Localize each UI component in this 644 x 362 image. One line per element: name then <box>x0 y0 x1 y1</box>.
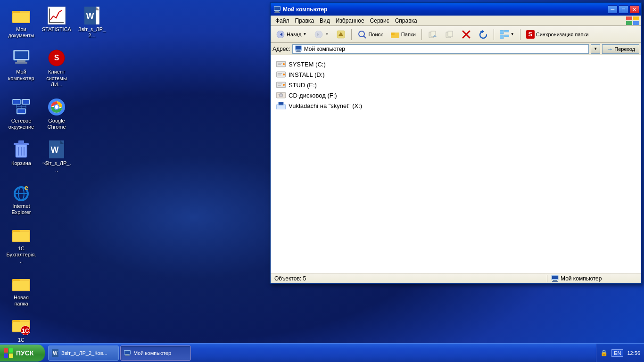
address-label: Адрес: <box>272 46 290 52</box>
undo-button[interactable] <box>475 27 491 41</box>
view-dropdown-icon: ▼ <box>511 32 514 36</box>
delete-button[interactable] <box>458 27 474 41</box>
hdd-icon-d <box>276 71 286 78</box>
window-controls: ─ □ ✕ <box>608 5 639 14</box>
drive-c-label: SYSTEM (C:) <box>289 61 326 68</box>
up-button[interactable] <box>333 27 349 41</box>
move-icon <box>428 30 437 39</box>
menu-service[interactable]: Сервис <box>367 16 392 25</box>
window-content: SYSTEM (C:) INSTALL (D:) <box>271 55 641 273</box>
desktop-icons-area: Моидокументы STATISTICA <box>5 5 108 360</box>
icon-my-computer-label: Мойкомпьютер <box>8 69 34 81</box>
svg-point-106 <box>281 95 282 96</box>
svg-rect-13 <box>15 62 27 64</box>
maximize-button[interactable]: □ <box>619 5 628 14</box>
toolbar-separator-4 <box>520 29 520 40</box>
search-label: Поиск <box>368 32 382 37</box>
svg-rect-55 <box>274 7 280 10</box>
drive-d[interactable]: INSTALL (D:) <box>274 69 637 80</box>
icon-network[interactable]: Сетевоеокружение <box>5 96 38 132</box>
svg-rect-57 <box>274 12 280 13</box>
svg-text:1С: 1С <box>22 328 29 334</box>
status-location: Мой компьютер <box>547 275 641 282</box>
back-icon <box>276 30 285 39</box>
taskbar-item-word[interactable]: W Звіт_з_ЛР_2_Ков... <box>48 346 119 361</box>
svg-rect-11 <box>15 51 28 59</box>
back-button[interactable]: Назад ▼ <box>272 27 310 41</box>
icon-ie-label: InternetExplorer <box>12 203 31 215</box>
svg-text:W: W <box>86 11 94 21</box>
cdrom-icon-f <box>276 91 286 99</box>
icon-new-folder-label: Новая папка <box>6 295 36 307</box>
taskbar-item-mycomputer[interactable]: Мой компьютер <box>120 346 191 361</box>
icon-internet-explorer[interactable]: e InternetExplorer <box>5 181 38 217</box>
icon-my-computer[interactable]: Мойкомпьютер <box>5 47 38 89</box>
drive-d-label: INSTALL (D:) <box>289 71 325 78</box>
menu-favorites[interactable]: Избранное <box>333 16 367 25</box>
window-title-icon <box>273 6 281 13</box>
address-value: Мой компьютер <box>304 46 345 52</box>
menu-view[interactable]: Вид <box>317 16 333 25</box>
start-button[interactable]: ПУСК <box>0 345 45 362</box>
svg-text:e: e <box>25 184 28 191</box>
folders-label: Папки <box>401 32 416 37</box>
drive-f[interactable]: CD-дисковод (F:) <box>274 90 637 100</box>
up-icon <box>336 30 346 39</box>
icon-chrome-label: GoogleChrome <box>47 118 66 130</box>
menu-file[interactable]: Файл <box>272 16 292 25</box>
move-button[interactable] <box>424 27 440 41</box>
drive-c[interactable]: SYSTEM (C:) <box>274 59 637 69</box>
go-label: Переход <box>614 46 635 52</box>
icon-my-documents[interactable]: Моидокументы <box>5 5 38 40</box>
taskbar-mycomp-icon <box>124 349 131 357</box>
sync-button[interactable]: S Синхронизация папки <box>523 27 592 41</box>
language-indicator[interactable]: EN <box>611 349 623 357</box>
icon-network-label: Сетевоеокружение <box>8 118 34 130</box>
close-button[interactable]: ✕ <box>629 5 639 14</box>
icon-recycle-label: Корзина <box>11 160 31 166</box>
icon-1c-buh[interactable]: 1СБухгалтерія... <box>5 224 38 266</box>
go-button[interactable]: → Переход <box>602 44 639 54</box>
svg-text:S: S <box>54 54 59 62</box>
icon-statistica[interactable]: STATISTICA <box>40 5 73 40</box>
svg-rect-3 <box>48 7 66 25</box>
menu-help[interactable]: Справка <box>392 16 420 25</box>
svg-rect-12 <box>17 60 25 62</box>
copy-button[interactable] <box>441 27 457 41</box>
drive-x[interactable]: Vukladachi на "skynet" (X:) <box>274 100 637 111</box>
delete-icon <box>462 30 471 39</box>
icon-word-doc-label: Звіт_з_ЛР_2... <box>77 26 107 39</box>
minimize-button[interactable]: ─ <box>608 5 618 14</box>
status-computer-icon <box>551 275 559 282</box>
drive-e[interactable]: STUD (E:) <box>274 80 637 90</box>
window-statusbar: Объектов: 5 Мой компьютер <box>271 273 641 283</box>
address-dropdown-button[interactable]: ▼ <box>591 44 600 54</box>
svg-rect-59 <box>633 16 639 20</box>
icon-word-doc[interactable]: W Звіт_з_ЛР_2... <box>75 5 108 40</box>
taskbar-mycomp-label: Мой компьютер <box>133 350 171 356</box>
icon-word-doc2[interactable]: W ~$іт_з_ЛР_... <box>40 139 73 174</box>
taskbar-word-icon: W <box>51 349 59 357</box>
search-icon <box>357 30 367 39</box>
svg-rect-76 <box>448 31 453 37</box>
icon-1c-buh-label: 1СБухгалтерія... <box>6 246 36 264</box>
icon-google-chrome[interactable]: GoogleChrome <box>40 96 73 132</box>
svg-rect-17 <box>13 100 20 104</box>
forward-button[interactable]: ▼ <box>311 27 332 41</box>
svg-rect-120 <box>125 354 129 355</box>
svg-rect-81 <box>504 30 509 32</box>
icon-recycle-bin[interactable]: Корзина <box>5 139 38 174</box>
view-button[interactable]: ▼ <box>496 27 518 41</box>
svg-point-100 <box>283 84 285 86</box>
svg-rect-58 <box>626 16 632 20</box>
search-button[interactable]: Поиск <box>354 27 386 41</box>
icon-new-folder[interactable]: Новая папка <box>5 273 38 308</box>
folders-button[interactable]: Папки <box>387 27 419 41</box>
svg-rect-71 <box>391 33 395 35</box>
svg-rect-115 <box>552 281 558 282</box>
svg-rect-80 <box>500 30 504 34</box>
menu-edit[interactable]: Правка <box>292 16 317 25</box>
back-dropdown-icon: ▼ <box>303 32 307 36</box>
drive-e-label: STUD (E:) <box>289 82 317 89</box>
icon-client-system[interactable]: S Клиентсистемы ЛИ... <box>40 47 73 89</box>
